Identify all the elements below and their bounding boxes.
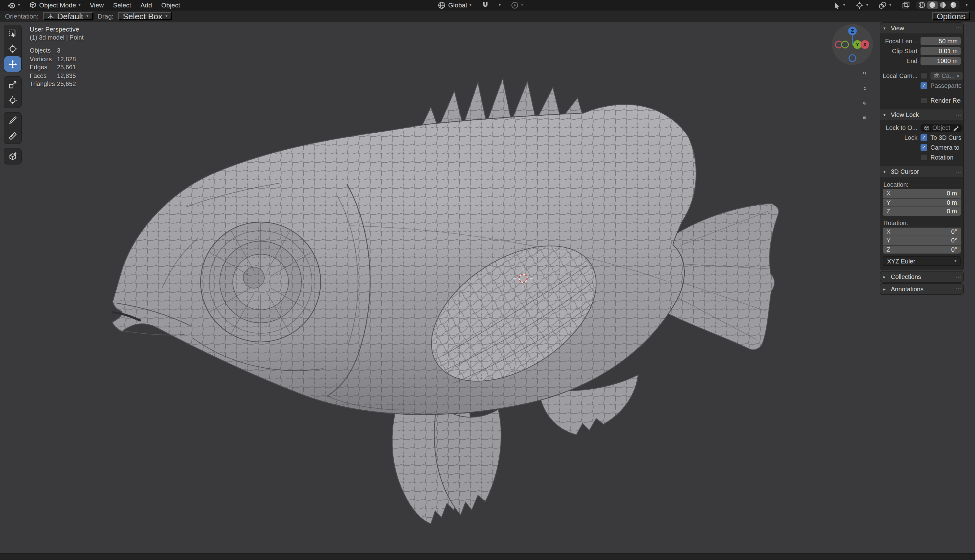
zoom-button[interactable] [859,67,870,78]
shading-solid-button[interactable] [927,1,938,9]
toolbar [4,25,21,164]
menu-view[interactable]: View [85,0,108,10]
tool-move[interactable] [4,56,21,72]
axis-neg-y [841,41,848,48]
eyedropper-icon[interactable] [953,124,960,131]
grip-icon[interactable]: ∷∷ [956,274,960,279]
stat-value: 12,828 [57,55,76,62]
chevron-down-icon: ▾ [86,14,89,18]
xray-toggle[interactable] [897,0,914,10]
drag-value: Select Box [123,12,162,21]
shading-wireframe-button[interactable] [916,1,927,9]
mode-selector[interactable]: Object Mode ▾ [25,0,85,10]
grid-icon [863,113,867,122]
chevron-down-icon: ▾ [79,3,81,7]
transform-orientation-dropdown[interactable]: Global ▾ [433,0,476,10]
snap-options-dropdown[interactable]: ▾ [494,0,505,10]
tool-cursor[interactable] [4,41,21,56]
scale-tool-icon [8,80,17,89]
to-3d-cursor-checkbox[interactable]: ✓ [920,134,927,141]
orientation-value: Default [57,12,83,21]
panel-annotations-block: ▸ Annotations ∷∷ [880,284,963,294]
tool-add-cube[interactable] [4,148,21,164]
lock-rotation-checkbox[interactable]: ✓ [920,154,927,161]
cursor-rotation-z-field[interactable]: Z0° [883,245,961,253]
local-camera-checkbox[interactable]: ✓ [920,72,927,79]
stat-label: Vertices [30,55,57,62]
focal-length-field[interactable]: 50 mm [920,37,961,45]
snap-toggle-button[interactable] [477,0,493,10]
tool-settings-bar: Orientation: Default ▾ Drag: Select Box … [0,10,975,22]
render-region-checkbox[interactable]: ✓ [920,97,927,104]
panel-title-view: View [891,25,954,32]
orthographic-toggle-button[interactable] [859,112,870,123]
rotation-mode-dropdown[interactable]: XYZ Euler ▾ [883,256,961,266]
lock-rotation-label: Rotation [930,154,954,161]
grip-icon[interactable]: ∷∷ [956,26,960,31]
lock-label: Lock [883,134,920,141]
blender-logo-icon [7,1,15,9]
panel-title-view-lock: View Lock [891,111,954,118]
tool-transform[interactable] [4,92,21,108]
orientation-default-dropdown[interactable]: Default ▾ [43,12,94,20]
shading-rendered-button[interactable] [948,1,958,9]
focal-length-value: 50 mm [939,38,958,45]
hand-icon [863,83,867,92]
panel-header-view-lock[interactable]: ▾ View Lock ∷∷ [880,110,963,120]
tool-measure[interactable] [4,128,21,143]
app-menu-button[interactable]: ▾ [3,0,25,10]
add-cube-icon [8,151,17,161]
clip-start-field[interactable]: 0.01 m [920,47,961,55]
tool-annotate[interactable] [4,113,21,128]
cursor-location-z-field[interactable]: Z0 m [883,207,961,215]
stat-label: Edges [30,64,57,70]
panel-header-annotations[interactable]: ▸ Annotations ∷∷ [880,284,963,294]
select-box-icon [8,28,17,38]
overlays-dropdown[interactable]: ▾ [875,0,896,10]
proportional-editing-button[interactable]: ▾ [507,0,528,10]
menu-object[interactable]: Object [157,0,184,10]
lock-to-object-field[interactable]: Object [920,123,963,132]
grip-icon[interactable]: ∷∷ [956,169,960,174]
camera-to-view-checkbox[interactable]: ✓ [920,144,927,151]
clear-icon[interactable]: × [957,73,960,79]
tool-scale[interactable] [4,77,21,92]
panel-header-3d-cursor[interactable]: ▾ 3D Cursor ∷∷ [880,167,963,177]
passepartout-checkbox[interactable]: ✓ [920,82,927,89]
camera-view-button[interactable] [859,97,870,108]
grip-icon[interactable]: ∷∷ [956,287,960,292]
options-button[interactable]: Options [932,12,970,20]
pan-button[interactable] [859,82,870,93]
cursor-location-x-field[interactable]: X0 m [883,189,961,198]
gizmos-dropdown[interactable]: ▾ [851,0,873,10]
clip-end-label: End [883,58,920,64]
clip-start-value: 0.01 m [939,48,958,54]
grip-icon[interactable]: ∷∷ [956,112,960,117]
shading-material-button[interactable] [938,1,948,9]
viewport-3d[interactable]: User Perspective (1) 3d model | Point Ob… [0,22,975,553]
fish-model-3d[interactable] [0,22,975,553]
cursor-rotation-x-field[interactable]: X0° [883,227,961,236]
menu-select[interactable]: Select [109,0,135,10]
stat-value: 25,652 [57,80,76,87]
cursor-location-y-field[interactable]: Y0 m [883,198,961,207]
chevron-down-icon: ▾ [843,3,845,7]
selectability-visibility-dropdown[interactable]: ▾ [829,0,850,10]
panel-header-view[interactable]: ▾ View ∷∷ [880,23,963,33]
panel-header-collections[interactable]: ▸ Collections ∷∷ [880,272,963,282]
navigation-gizmo[interactable]: Y X Z [831,23,874,66]
shading-options-dropdown[interactable]: ▾ [961,0,972,10]
scene-statistics: Objects3 Vertices12,828 Edges25,661 Face… [30,47,76,87]
drag-mode-dropdown[interactable]: Select Box ▾ [118,12,172,20]
cursor-rotation-y-field[interactable]: Y0° [883,236,961,245]
toolbar-group-select [4,25,21,72]
local-camera-field[interactable]: Ca... × [930,72,963,80]
cursor-tool-icon [8,43,17,53]
viewport-nav-buttons [859,67,870,123]
tool-select-box[interactable] [4,25,21,41]
context-breadcrumb: (1) 3d model | Point [30,34,84,41]
menu-add[interactable]: Add [136,0,156,10]
clip-end-field[interactable]: 1000 m [920,57,961,65]
chevron-right-icon: ▸ [883,274,888,279]
panel-title-annotations: Annotations [891,286,954,293]
